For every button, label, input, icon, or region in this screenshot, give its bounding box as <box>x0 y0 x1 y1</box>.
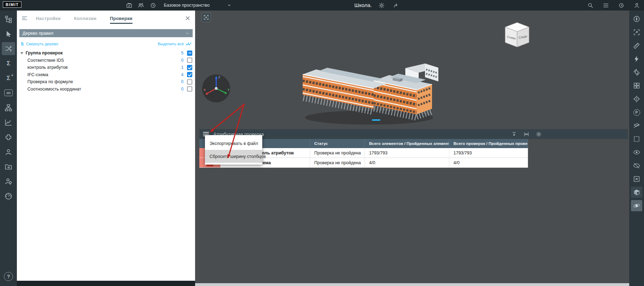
viewport-3d[interactable]: Слева Сзади Z X Y <box>195 11 629 286</box>
user-button[interactable] <box>2 145 15 158</box>
rules-tree-section-header[interactable]: Дерево правил <box>19 29 193 37</box>
panel-menu-button[interactable] <box>21 15 28 22</box>
tree-item[interactable]: контроль атрибутов 1 <box>17 64 195 71</box>
tree-item-checkbox[interactable] <box>187 58 192 63</box>
menu-item-reset-column-width[interactable]: Сбросить ширину столбцов <box>205 150 262 163</box>
recent-button[interactable] <box>617 1 626 10</box>
tab-settings[interactable]: Настройки <box>36 16 60 21</box>
structure-tree-button[interactable] <box>2 13 15 26</box>
tab-collisions[interactable]: Коллизии <box>74 16 96 21</box>
user-location-icon <box>4 177 13 186</box>
selection-box-button[interactable] <box>631 133 642 145</box>
axis-gizmo[interactable]: Z X Y <box>200 72 232 105</box>
user-location-button[interactable] <box>2 175 15 188</box>
tree-item-count: 5 <box>181 51 183 55</box>
hide-button[interactable] <box>631 160 642 171</box>
tree-item-checkbox[interactable] <box>187 72 192 77</box>
column-header-checks[interactable]: Всего проверок / Пройденных проверок <box>449 139 528 148</box>
structure-tree-icon <box>4 15 13 24</box>
tree-item[interactable]: Соответствие IDS 0 <box>17 57 195 64</box>
section-cut-button[interactable] <box>631 120 642 131</box>
building-model[interactable] <box>301 36 441 128</box>
measure-button[interactable] <box>631 40 642 51</box>
history-button[interactable] <box>148 1 157 10</box>
bimit-logo[interactable]: BIMIT <box>3 1 21 8</box>
clash-detection-button[interactable] <box>2 42 15 55</box>
tab-checks[interactable]: Проверки <box>110 16 133 21</box>
orbit-button[interactable] <box>631 200 642 211</box>
import-file-button[interactable] <box>509 129 519 139</box>
gear-icon <box>536 131 542 137</box>
horizontal-scrollbar[interactable] <box>195 283 629 286</box>
check-elements: 4/0 <box>365 158 449 167</box>
column-header-status[interactable]: Статус <box>310 139 365 148</box>
right-toolbar: P <box>629 11 644 286</box>
shared-folder-button[interactable] <box>2 160 15 173</box>
tree-item[interactable]: Проверка по формуле 0 <box>17 78 195 86</box>
help-button[interactable]: ? <box>4 272 13 281</box>
chevron-down-icon[interactable] <box>20 52 23 54</box>
tree-item[interactable]: IFC-схема 4 <box>17 71 195 79</box>
close-icon <box>185 15 191 21</box>
list-view-button[interactable] <box>601 1 610 10</box>
tree-item-checkbox[interactable] <box>187 51 192 56</box>
locate-button[interactable] <box>631 93 642 105</box>
orbit-icon <box>633 202 640 209</box>
select-all-link[interactable]: Выделить всё <box>158 42 192 46</box>
model-cube-button[interactable] <box>631 187 642 198</box>
panel-resize-indicator[interactable] <box>372 119 380 121</box>
2d-view-button[interactable]: 2D <box>2 86 15 99</box>
shared-folder-icon <box>4 162 13 171</box>
plugins-icon <box>4 133 13 141</box>
tree-item-count: 0 <box>181 79 183 84</box>
dashboard-button[interactable] <box>2 189 15 202</box>
tree-item[interactable]: Соотносимость координат 0 <box>17 86 195 93</box>
table-settings-button[interactable] <box>534 129 543 139</box>
collapse-tree-link[interactable]: Свернуть дерево <box>20 42 58 46</box>
tree-item-checkbox[interactable] <box>187 65 192 70</box>
projects-button[interactable] <box>124 1 134 10</box>
tree-item-checkbox[interactable] <box>187 86 192 92</box>
close-panel-button[interactable] <box>185 15 191 21</box>
share-button[interactable] <box>392 1 401 10</box>
menu-item-export-to-file[interactable]: Экспортировать в файл <box>205 137 262 150</box>
compass-button[interactable] <box>631 13 642 25</box>
workspace-dropdown[interactable]: Базовое пространство <box>164 3 231 8</box>
chart-button[interactable] <box>2 116 15 129</box>
settings-button[interactable] <box>377 1 386 10</box>
sum-plus-button[interactable]: Σ+ <box>2 72 15 85</box>
search-button[interactable] <box>586 1 595 10</box>
section-chevron-down-icon <box>185 31 189 35</box>
axis-z-label: Z <box>218 75 220 79</box>
fit-columns-button[interactable] <box>522 129 531 139</box>
frame-model-icon <box>203 14 209 20</box>
tree-item-group[interactable]: Группа проверок 5 <box>17 49 195 57</box>
sum-button[interactable]: Σ <box>2 57 15 70</box>
quick-actions-button[interactable] <box>631 53 642 65</box>
tree-item-label: Соотносимость координат <box>27 87 81 92</box>
isolate-button[interactable] <box>631 173 642 185</box>
column-header-elements[interactable]: Всего элементов / Пройденных элементов <box>365 139 449 148</box>
checks-table: Статус Всего элементов / Пройденных элем… <box>199 139 628 168</box>
scheme-button[interactable] <box>2 101 15 114</box>
viewports-button[interactable] <box>631 80 642 91</box>
tree-item-checkbox[interactable] <box>187 79 192 85</box>
recent-icon <box>618 2 625 9</box>
plugins-button[interactable] <box>2 131 15 144</box>
bimit-app: BIMIT Базовое пространство Школа. Σ Σ <box>0 0 644 286</box>
frame-model-button[interactable] <box>201 13 211 22</box>
account-icon <box>633 2 640 9</box>
plan-button[interactable]: P <box>631 107 642 118</box>
collaboration-button[interactable] <box>136 1 146 10</box>
account-button[interactable] <box>632 1 641 10</box>
rotate-model-button[interactable] <box>631 67 642 78</box>
focus-selection-button[interactable] <box>631 27 642 38</box>
rules-tree-title: Дерево правил <box>22 31 53 36</box>
user-icon <box>4 148 13 156</box>
model-cube-icon <box>633 188 640 196</box>
navigation-cube[interactable]: Слева Сзади <box>503 21 531 51</box>
show-button[interactable] <box>631 147 642 158</box>
select-cursor-button[interactable] <box>2 27 15 40</box>
select-cursor-icon <box>4 30 13 38</box>
tree-item-label: Проверка по формуле <box>27 79 73 84</box>
